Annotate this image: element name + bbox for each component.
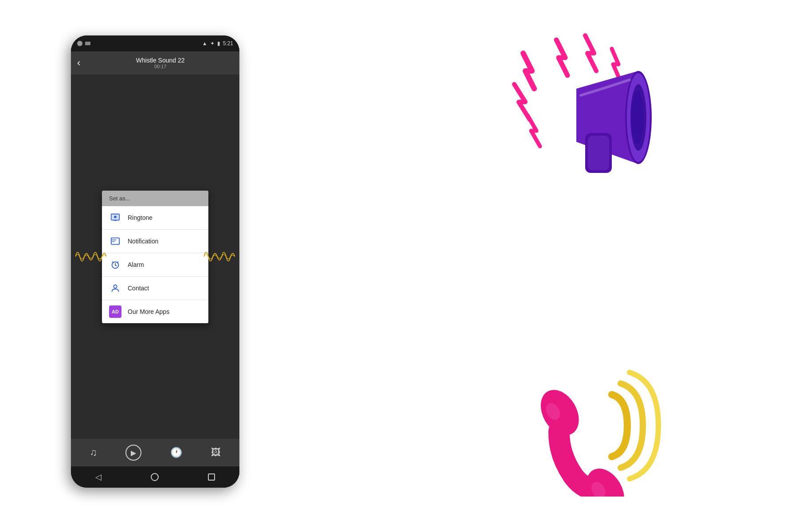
ad-badge: AD: [109, 305, 121, 318]
waveform-left: [75, 246, 106, 268]
svg-line-9: [115, 265, 117, 266]
wifi-icon: ▲: [202, 40, 207, 47]
image-icon[interactable]: 🖼: [211, 447, 221, 458]
play-icon[interactable]: ▶: [125, 445, 141, 461]
system-home-button[interactable]: [151, 473, 159, 481]
svg-point-2: [114, 215, 117, 218]
svg-point-18: [631, 91, 644, 144]
context-menu-header: Set as...: [102, 191, 208, 206]
context-menu: Set as... Ringtone: [102, 191, 208, 323]
ringtone-decoration: [532, 355, 700, 497]
more-apps-label: Our More Apps: [128, 308, 169, 315]
svg-rect-3: [114, 220, 117, 221]
camera-status-icon: [77, 41, 82, 46]
svg-rect-17: [588, 136, 609, 170]
menu-item-notification[interactable]: Notification: [102, 230, 208, 253]
playlist-icon[interactable]: ♫: [90, 447, 97, 458]
more-apps-menu-icon: AD: [109, 305, 121, 318]
battery-icon: ▮: [217, 40, 220, 47]
contact-menu-icon: [109, 282, 121, 294]
back-button[interactable]: ‹: [77, 57, 80, 69]
app-toolbar: ‹ Whistle Sound 22 00:17: [71, 51, 239, 74]
notification-label: Notification: [128, 238, 158, 245]
svg-point-12: [113, 285, 117, 288]
screen-main: Set as... Ringtone: [71, 74, 239, 439]
status-right-area: ▲ ✦ ▮ 5:21: [202, 40, 233, 47]
track-title: Whistle Sound 22: [87, 57, 233, 64]
phone-device: ▲ ✦ ▮ 5:21 ‹ Whistle Sound 22 00:17: [71, 35, 239, 488]
sim-status-icon: [85, 42, 90, 45]
time-display: 5:21: [223, 40, 233, 47]
toolbar-title-area: Whistle Sound 22 00:17: [87, 57, 233, 69]
system-back-button[interactable]: ◁: [95, 472, 102, 482]
alarm-menu-icon: [109, 258, 121, 271]
system-nav-bar: ◁: [71, 466, 239, 488]
menu-item-contact[interactable]: Contact: [102, 277, 208, 300]
ringtone-menu-icon: [109, 211, 121, 224]
menu-item-ringtone[interactable]: Ringtone: [102, 206, 208, 230]
menu-item-more-apps[interactable]: AD Our More Apps: [102, 300, 208, 323]
contact-label: Contact: [128, 285, 149, 292]
status-left-icons: [77, 41, 90, 46]
svg-line-11: [117, 262, 118, 262]
history-icon[interactable]: 🕐: [170, 447, 182, 458]
svg-line-10: [113, 262, 113, 262]
megaphone-decoration: [488, 27, 674, 213]
notification-menu-icon: [109, 235, 121, 247]
bottom-nav-bar: ♫ ▶ 🕐 🖼: [71, 439, 239, 466]
svg-rect-4: [111, 238, 119, 244]
alarm-label: Alarm: [128, 261, 144, 268]
bluetooth-icon: ✦: [210, 40, 215, 47]
status-bar: ▲ ✦ ▮ 5:21: [71, 35, 239, 51]
system-recents-button[interactable]: [208, 473, 215, 481]
menu-item-alarm[interactable]: Alarm: [102, 253, 208, 277]
waveform-right: [204, 246, 235, 268]
track-duration: 00:17: [87, 64, 233, 69]
ringtone-label: Ringtone: [128, 214, 153, 221]
